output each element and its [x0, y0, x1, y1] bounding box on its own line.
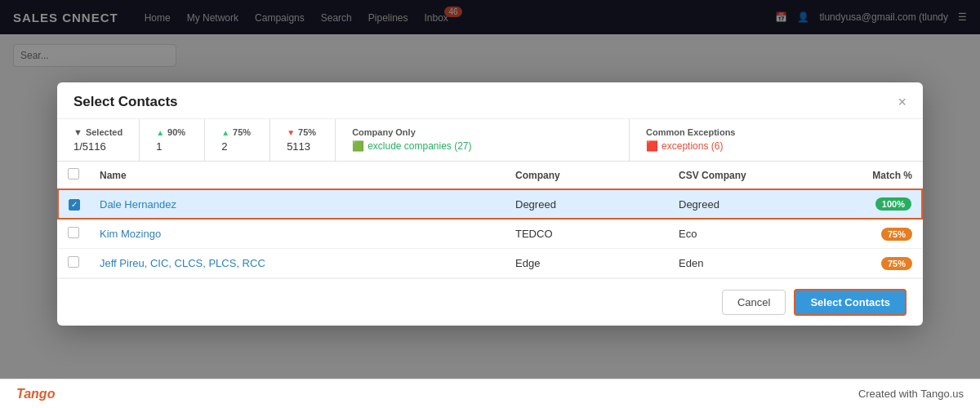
table-row: Kim Mozingo TEDCO Eco 75% — [58, 219, 922, 249]
modal-footer: Cancel Select Contacts — [57, 278, 923, 326]
match-badge-1: 75% — [881, 228, 912, 241]
arrow-down-icon: ▼ — [287, 128, 295, 137]
cell-name-2: Jeff Pireu, CIC, CLCS, PLCS, RCC — [90, 249, 506, 278]
cell-match-1: 75% — [849, 219, 922, 249]
match-badge-0: 100% — [875, 197, 911, 211]
col2-value: 2 — [221, 140, 253, 153]
stats-exceptions: Common Exceptions 🟥 exceptions (6) — [630, 119, 923, 161]
table-row: ✓ Dale Hernandez Degreed Degreed 100% — [58, 189, 922, 219]
selected-label: Selected — [86, 127, 122, 137]
row-checkbox-2[interactable] — [68, 256, 79, 268]
col3-label: 75% — [298, 127, 316, 137]
select-contacts-button[interactable]: Select Contacts — [794, 289, 906, 316]
stats-company-only: Company Only 🟩 exclude companies (27) — [336, 119, 630, 161]
stats-col3: ▼ 75% 5113 — [270, 119, 336, 161]
cell-checkbox-0[interactable]: ✓ — [58, 189, 90, 219]
modal-header: Select Contacts × — [57, 82, 923, 119]
cancel-button[interactable]: Cancel — [722, 290, 786, 315]
arrow-up-icon-1: ▲ — [156, 128, 164, 137]
tango-watermark-bar: Tango Created with Tango.us — [0, 379, 980, 408]
cell-checkbox-2[interactable] — [58, 249, 90, 278]
cell-name-1: Kim Mozingo — [90, 219, 506, 249]
arrow-up-icon-2: ▲ — [221, 128, 229, 137]
th-csv-company: CSV Company — [669, 162, 849, 189]
contacts-table: Name Company CSV Company Match % ✓ Dale … — [57, 162, 923, 278]
col1-label: 90% — [167, 127, 185, 137]
col3-value: 5113 — [287, 140, 318, 153]
col2-label: 75% — [233, 127, 251, 137]
cell-csv-2: Eden — [669, 249, 849, 278]
cell-name-0: Dale Hernandez — [90, 189, 506, 219]
selected-value: 1/5116 — [74, 140, 122, 153]
cell-match-2: 75% — [849, 249, 922, 278]
stats-row: ▼ Selected 1/5116 ▲ 90% 1 ▲ 75% 2 — [57, 119, 923, 162]
tango-logo: Tango — [16, 387, 55, 401]
select-contacts-modal: Select Contacts × ▼ Selected 1/5116 ▲ 90… — [57, 82, 923, 326]
exceptions-text: exceptions (6) — [662, 140, 723, 152]
exclude-companies-text: exclude companies (27) — [368, 140, 471, 152]
th-checkbox — [58, 162, 90, 189]
exclude-companies-link[interactable]: 🟩 exclude companies (27) — [352, 140, 612, 152]
select-all-checkbox[interactable] — [68, 168, 79, 180]
contact-name-link-0[interactable]: Dale Hernandez — [100, 198, 176, 211]
contact-name-link-2[interactable]: Jeff Pireu, CIC, CLCS, PLCS, RCC — [100, 257, 265, 269]
modal-close-button[interactable]: × — [898, 95, 906, 109]
th-company: Company — [506, 162, 669, 189]
cell-csv-1: Eco — [669, 219, 849, 249]
row-checkbox-0[interactable]: ✓ — [69, 199, 80, 211]
cell-company-2: Edge — [506, 249, 669, 278]
exceptions-link[interactable]: 🟥 exceptions (6) — [646, 140, 906, 152]
cell-match-0: 100% — [849, 189, 922, 219]
modal-overlay: Select Contacts × ▼ Selected 1/5116 ▲ 90… — [0, 0, 980, 408]
th-name: Name — [90, 162, 506, 189]
row-checkbox-1[interactable] — [68, 227, 79, 238]
stats-selected: ▼ Selected 1/5116 — [57, 119, 140, 161]
cell-checkbox-1[interactable] — [58, 219, 90, 249]
stats-col2: ▲ 75% 2 — [205, 119, 270, 161]
exception-icon: 🟥 — [646, 140, 658, 152]
th-match: Match % — [849, 162, 922, 189]
filter-icon: ▼ — [74, 127, 82, 137]
company-icon: 🟩 — [352, 140, 364, 152]
col1-value: 1 — [156, 140, 188, 153]
cell-company-1: TEDCO — [506, 219, 669, 249]
table-row: Jeff Pireu, CIC, CLCS, PLCS, RCC Edge Ed… — [58, 249, 922, 278]
stats-col1: ▲ 90% 1 — [140, 119, 205, 161]
tango-tagline: Created with Tango.us — [858, 388, 964, 400]
match-badge-2: 75% — [881, 257, 912, 270]
cell-company-0: Degreed — [506, 189, 669, 219]
modal-title: Select Contacts — [74, 94, 178, 110]
contact-name-link-1[interactable]: Kim Mozingo — [100, 228, 161, 240]
cell-csv-0: Degreed — [669, 189, 849, 219]
